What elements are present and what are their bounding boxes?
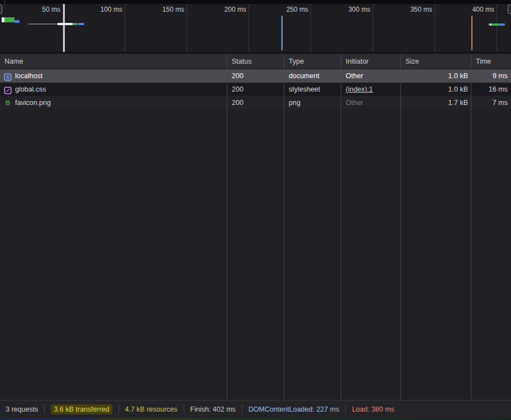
table-row-global-css[interactable]: global.css 200 stylesheet (index):1 1.0 … xyxy=(0,83,511,96)
resources-size: 4.7 kB resources xyxy=(125,405,178,413)
time-tick-label: 300 ms xyxy=(326,6,370,13)
column-divider[interactable] xyxy=(400,54,401,400)
request-time: 16 ms xyxy=(471,83,511,96)
request-name: favicon.png xyxy=(15,96,51,109)
status-bar: 3 requests 3.6 kB transferred 4.7 kB res… xyxy=(0,400,511,418)
column-divider[interactable] xyxy=(471,54,471,400)
range-handle-left[interactable] xyxy=(0,4,2,14)
request-type: document xyxy=(284,69,341,83)
status-divider xyxy=(345,404,346,414)
table-row-localhost[interactable]: localhost 200 document Other 1.0 kB 9 ms xyxy=(0,69,511,83)
timeline-hover-marker xyxy=(63,4,65,52)
time-tick-label: 50 ms xyxy=(16,6,60,13)
time-tick-label: 250 ms xyxy=(264,6,308,13)
grid-line xyxy=(187,4,187,52)
request-status: 200 xyxy=(227,83,284,96)
time-tick-label: 400 ms xyxy=(450,6,494,13)
time-tick-label: 350 ms xyxy=(388,6,432,13)
load-time: Load: 380 ms xyxy=(352,405,394,413)
time-tick-label: 150 ms xyxy=(140,6,184,13)
table-header: Name Status Type Initiator Size Time xyxy=(0,54,511,69)
document-icon xyxy=(4,72,12,80)
request-time: 7 ms xyxy=(471,96,511,109)
status-divider xyxy=(44,404,45,414)
column-divider[interactable] xyxy=(341,54,341,400)
grid-line xyxy=(125,4,125,52)
column-divider[interactable] xyxy=(284,54,284,400)
waterfall-bar-localhost xyxy=(15,20,20,23)
waterfall-bar-favicon xyxy=(491,23,499,26)
request-size: 1.0 kB xyxy=(401,83,471,96)
waterfall-bar-localhost xyxy=(4,17,15,22)
request-status: 200 xyxy=(227,69,284,83)
network-overview-timeline[interactable]: 50 ms 100 ms 150 ms 200 ms 250 ms 300 ms… xyxy=(0,4,511,53)
status-divider xyxy=(184,404,184,414)
initiator-link[interactable]: (index):1 xyxy=(346,85,373,93)
request-initiator: Other xyxy=(341,96,401,109)
request-name-cell: global.css xyxy=(0,83,227,96)
load-event-marker xyxy=(471,16,472,50)
request-name: localhost xyxy=(15,69,42,83)
stylesheet-icon xyxy=(4,85,12,93)
request-initiator: Other xyxy=(341,69,401,83)
grid-line xyxy=(249,4,249,52)
table-row-favicon[interactable]: B favicon.png 200 png Other 1.7 kB 7 ms xyxy=(0,96,511,109)
waterfall-bar-favicon xyxy=(499,23,505,26)
domcontentloaded-time: DOMContentLoaded: 227 ms xyxy=(249,405,340,413)
overview-top-strip xyxy=(0,0,511,4)
waterfall-bar-global-css xyxy=(78,23,84,25)
status-divider xyxy=(118,404,119,414)
time-tick-label: 200 ms xyxy=(202,6,246,13)
transferred-size: 3.6 kB transferred xyxy=(51,404,112,414)
request-type: stylesheet xyxy=(284,83,341,96)
finish-time: Finish: 402 ms xyxy=(190,405,236,413)
domcontentloaded-marker xyxy=(281,16,283,50)
overview-strip-tick xyxy=(4,0,5,4)
grid-line xyxy=(496,4,497,52)
column-header-initiator[interactable]: Initiator xyxy=(341,54,401,69)
waterfall-bar-global-css xyxy=(73,23,77,25)
request-count: 3 requests xyxy=(6,405,38,413)
network-panel: 50 ms 100 ms 150 ms 200 ms 250 ms 300 ms… xyxy=(0,0,511,420)
column-divider[interactable] xyxy=(227,54,227,400)
table-empty-area xyxy=(0,109,511,400)
request-name-cell: localhost xyxy=(0,69,227,83)
range-handle-right[interactable] xyxy=(508,4,511,14)
grid-line xyxy=(434,4,435,52)
column-header-size[interactable]: Size xyxy=(401,54,471,69)
waterfall-bar-global-css xyxy=(28,23,58,25)
request-status: 200 xyxy=(227,96,284,109)
request-time: 9 ms xyxy=(471,69,511,83)
grid-line xyxy=(372,4,373,52)
requests-table: Name Status Type Initiator Size Time loc… xyxy=(0,54,511,400)
column-header-time[interactable]: Time xyxy=(471,54,511,69)
time-tick-label: 100 ms xyxy=(78,6,122,13)
request-size: 1.0 kB xyxy=(401,69,471,83)
status-divider xyxy=(242,404,242,414)
grid-line xyxy=(311,4,311,52)
request-name: global.css xyxy=(15,83,46,96)
column-header-status[interactable]: Status xyxy=(227,54,284,69)
column-header-name[interactable]: Name xyxy=(0,54,227,69)
image-thumbnail-icon: B xyxy=(4,99,12,107)
request-name-cell: B favicon.png xyxy=(0,96,227,109)
waterfall-bar-global-css xyxy=(58,23,73,25)
request-type: png xyxy=(284,96,341,109)
column-header-type[interactable]: Type xyxy=(284,54,341,69)
request-size: 1.7 kB xyxy=(401,96,471,109)
